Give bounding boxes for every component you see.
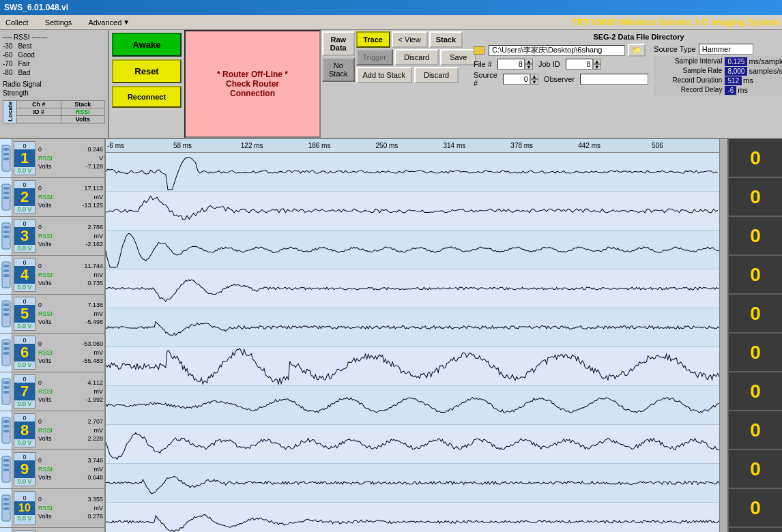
ch-number-box-5: 0 5 0.0 V: [14, 297, 35, 331]
ch-number-box-4: 0 4 0.0 V: [14, 258, 35, 292]
job-down-button[interactable]: ▼: [593, 64, 601, 70]
stack-header: Stack: [61, 101, 105, 108]
waveform-track-10: [106, 503, 719, 532]
ch-number-box-7: 0 7 0.0 V: [14, 374, 35, 409]
locate-ch-2[interactable]: [0, 178, 12, 216]
menu-settings[interactable]: Settings: [42, 17, 75, 28]
scroll-indicator[interactable]: [719, 139, 727, 532]
stack-button[interactable]: Stack: [429, 31, 463, 48]
rssi-fair: Fair: [18, 59, 34, 68]
directory-input[interactable]: [489, 45, 625, 56]
svg-rect-13: [3, 265, 9, 267]
discard2-button[interactable]: Discard: [414, 67, 459, 83]
stack-cell-9[interactable]: 0: [729, 450, 782, 489]
ch-number-box-10: 0 10 0.0 V: [14, 491, 35, 525]
stack-cell-1[interactable]: 0: [729, 139, 782, 178]
menu-advanced[interactable]: Advanced ▼: [85, 17, 132, 28]
stack-cell-8[interactable]: 0: [729, 411, 782, 450]
svg-rect-18: [3, 308, 9, 311]
locate-button[interactable]: Locate: [3, 101, 17, 123]
waveform-svg-5: [106, 308, 719, 346]
waveform-track-8: [106, 425, 719, 464]
stack-cell-7[interactable]: 0: [729, 372, 782, 411]
locate-ch-8[interactable]: [0, 411, 12, 449]
reset-button[interactable]: Reset: [112, 59, 182, 83]
time-label-3: 186 ms: [308, 142, 331, 149]
right-stack-col: 00000000000: [727, 139, 782, 532]
title-text: SWS_6.01.048.vi: [4, 3, 68, 12]
volts-header: Volts: [61, 116, 105, 123]
locate-ch-7[interactable]: [0, 372, 12, 411]
add-to-stack-button[interactable]: Add to Stack: [356, 67, 412, 83]
svg-rect-19: [3, 313, 9, 316]
title-bar: SWS_6.01.048.vi: [0, 0, 782, 15]
brand-title: TRT-V8000 Wireless Seismic 3-D Imaging S…: [143, 17, 779, 27]
svg-rect-37: [3, 498, 9, 501]
trigger-button[interactable]: Trigger: [356, 49, 393, 65]
stack-cell-11[interactable]: 0: [729, 528, 782, 532]
svg-rect-14: [3, 269, 9, 272]
no-stack-button[interactable]: No Stack: [322, 57, 355, 82]
source-type-input[interactable]: [699, 44, 753, 55]
channel-row-5: 0 5 0.0 V 0 RSSI Volts 7.136 mV -5.498: [0, 295, 104, 334]
stack-cell-10[interactable]: 0: [729, 489, 782, 528]
rssi-minus60: -60: [3, 51, 12, 59]
job-id-input[interactable]: [566, 59, 593, 70]
router-line1: * Router Off-Line *: [217, 70, 288, 79]
locate-ch-4[interactable]: [0, 256, 12, 294]
trace-stack-section: Raw Data No Stack Trace < View Stack Tri…: [321, 30, 471, 138]
stack-cell-3[interactable]: 0: [729, 217, 782, 256]
time-label-5: 314 ms: [443, 142, 465, 149]
svg-rect-1: [3, 148, 9, 151]
waveform-svg-10: [106, 503, 719, 532]
trace-button[interactable]: Trace: [356, 31, 390, 48]
svg-rect-27: [3, 391, 9, 394]
sample-info: Sample Interval 0.125 ms/sample Sample R…: [654, 56, 782, 96]
file-up-button[interactable]: ▲: [525, 59, 533, 64]
interval-label: Sample Interval: [655, 57, 722, 66]
advanced-arrow-icon: ▼: [123, 18, 130, 26]
locate-ch-1[interactable]: [0, 139, 12, 177]
locate-ch-6[interactable]: [0, 334, 12, 372]
svg-rect-6: [3, 192, 9, 194]
rate-label: Sample Rate: [655, 67, 722, 76]
time-ruler: -6 ms 58 ms 122 ms 186 ms 250 ms 314 ms …: [106, 139, 719, 153]
reconnect-button[interactable]: Reconnect: [112, 86, 182, 108]
svg-rect-23: [3, 352, 9, 355]
waveform-svg-4: [106, 269, 719, 308]
rssi-minus70: -70: [3, 60, 12, 68]
source-number-input[interactable]: [503, 74, 530, 85]
source-down-button[interactable]: ▼: [530, 79, 538, 85]
source-up-button[interactable]: ▲: [530, 74, 538, 79]
stack-cell-6[interactable]: 0: [729, 334, 782, 372]
svg-rect-35: [3, 469, 9, 471]
stack-cell-5[interactable]: 0: [729, 295, 782, 334]
folder-icon: [474, 46, 484, 55]
radio-strength-label: Strength: [3, 89, 105, 98]
stack-cell-2[interactable]: 0: [729, 178, 782, 217]
svg-rect-3: [3, 158, 9, 160]
view-button[interactable]: < View: [392, 31, 428, 48]
awake-button[interactable]: Awake: [112, 33, 182, 57]
file-down-button[interactable]: ▼: [525, 64, 533, 70]
observer-input[interactable]: [580, 74, 648, 85]
locate-ch-11[interactable]: [0, 528, 12, 532]
ch-number-box-1: 0 1 0.0 V: [14, 141, 35, 175]
time-label-4: 250 ms: [376, 142, 399, 149]
stack-cell-4[interactable]: 0: [729, 256, 782, 295]
locate-ch-3[interactable]: [0, 217, 12, 255]
waveform-display[interactable]: -6 ms 58 ms 122 ms 186 ms 250 ms 314 ms …: [106, 139, 719, 532]
raw-data-button[interactable]: Raw Data: [322, 31, 355, 56]
job-up-button[interactable]: ▲: [593, 59, 601, 64]
locate-ch-5[interactable]: [0, 295, 12, 333]
channel-row-2: 0 2 0.0 V 0 RSSI Volts 17.113 mV -13.125: [0, 178, 104, 217]
browse-icon[interactable]: 📁: [628, 44, 646, 57]
menu-collect[interactable]: Collect: [3, 17, 31, 28]
locate-ch-9[interactable]: [0, 450, 12, 488]
rssi-minus80: -80: [3, 69, 12, 76]
file-number-input[interactable]: [497, 59, 525, 70]
discard1-button[interactable]: Discard: [394, 49, 439, 65]
waveform-track-1: [106, 153, 719, 192]
locate-ch-10[interactable]: [0, 489, 12, 527]
rate-value: 8,000: [725, 67, 747, 76]
